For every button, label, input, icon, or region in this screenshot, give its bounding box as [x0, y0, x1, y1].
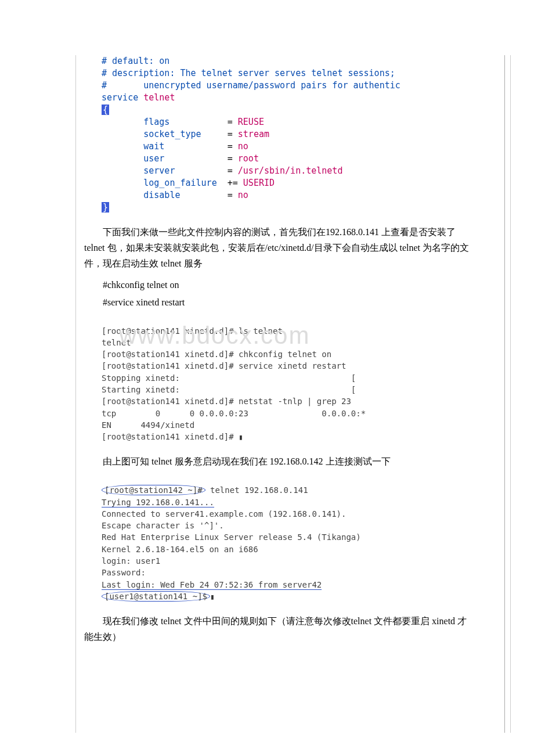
config-value: telnet [143, 92, 175, 103]
config-key: log_on_failure [143, 178, 217, 188]
config-key: wait [143, 141, 164, 152]
brace-close: } [102, 202, 109, 213]
telnet-config-file: # default: on # description: The telnet … [102, 55, 476, 214]
prompt-circled: [user1@station141 ~]$ [102, 591, 210, 602]
paragraph-intro: 下面我们来做一些此文件控制内容的测试，首先我们在192.168.0.141 上查… [84, 224, 476, 272]
config-val: stream [238, 129, 269, 139]
terminal-output-142: [root@station142 ~]# telnet 192.168.0.14… [102, 484, 476, 603]
command-chkconfig: #chkconfig telnet on [84, 280, 476, 290]
config-comment: # default: on [102, 56, 169, 66]
config-key: disable [143, 190, 180, 200]
config-val: USERID [243, 178, 275, 188]
config-val: /usr/sbin/in.telnetd [238, 165, 343, 176]
config-val: no [238, 141, 248, 152]
config-key: socket_type [143, 129, 201, 139]
terminal-output-141: [root@station141 xinetd.d]# ls telnet te… [102, 325, 476, 444]
paragraph-modify-rules: 现在我们修改 telnet 文件中田间的规则如下（请注意每次修改telnet 文… [84, 613, 476, 645]
config-key: server [143, 165, 175, 176]
paragraph-telnet-started: 由上图可知 telnet 服务意启动现在我们在 192.168.0.142 上连… [84, 453, 476, 469]
config-key: flags [143, 117, 169, 127]
prompt-circled: [root@station142 ~]# [102, 485, 205, 495]
config-comment: # unencrypted username/password pairs fo… [102, 80, 400, 91]
config-val: no [238, 190, 248, 200]
config-comment: # description: The telnet server serves … [102, 68, 395, 78]
config-val: root [238, 153, 259, 164]
config-val: REUSE [238, 117, 264, 127]
command-service-restart: #service xinetd restart [84, 297, 476, 308]
config-key: user [143, 153, 164, 164]
brace-open: { [102, 105, 109, 115]
config-keyword: service [102, 92, 138, 103]
